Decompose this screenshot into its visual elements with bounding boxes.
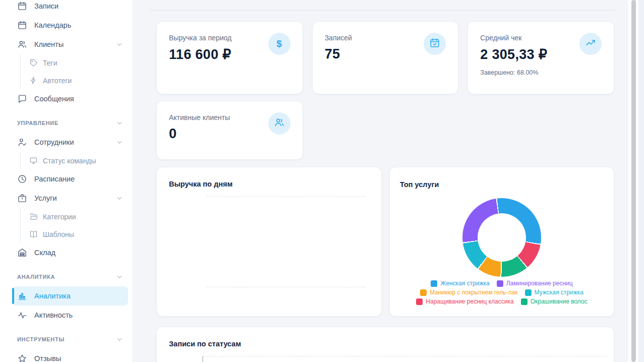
employee-icon — [17, 137, 27, 147]
legend-swatch — [497, 280, 503, 287]
star-icon — [17, 353, 27, 362]
gridline — [206, 196, 365, 197]
legend-label: Наращивание ресниц классика — [426, 298, 513, 305]
calendar-check-icon — [429, 37, 440, 50]
sidebar-item-label: Шаблоны — [43, 230, 124, 238]
gridline — [202, 356, 608, 356]
main-content: Выручка за период116 600 ₽$Записей75Сред… — [132, 0, 628, 362]
sidebar-item-otzyvy[interactable]: Отзывы — [12, 349, 128, 362]
legend-label: Ламинирование ресниц — [506, 280, 573, 287]
lightning-icon — [29, 76, 38, 85]
sidebar-item-avtotegi[interactable]: Автотеги — [20, 72, 124, 89]
legend-swatch — [431, 280, 437, 287]
stat-cards-grid: Выручка за период116 600 ₽$Записей75Сред… — [156, 21, 614, 160]
sidebar-item-label: Автотеги — [43, 77, 124, 85]
stat-card: Выручка за период116 600 ₽$ — [156, 21, 303, 94]
briefcase-icon — [17, 193, 27, 203]
y-axis-line — [202, 356, 203, 362]
chevron-down-icon — [116, 273, 123, 280]
sidebar-item-soobshcheniya[interactable]: Сообщения — [12, 89, 128, 108]
legend-item[interactable]: Мужская стрижка — [525, 289, 583, 296]
bookings-by-status-card: Записи по статусам — [156, 327, 614, 362]
clock-icon — [17, 174, 27, 184]
trend-up-icon — [585, 37, 596, 50]
scrollbar-track — [628, 0, 644, 362]
bar-chart-icon — [17, 291, 27, 301]
chevron-down-icon — [116, 336, 123, 343]
legend-label: Окрашивание волос — [531, 298, 588, 305]
sidebar-item-klienty[interactable]: Клиенты — [12, 35, 128, 54]
clients-icon — [274, 117, 285, 130]
sidebar-section-upravlenie[interactable]: УПРАВЛЕНИЕ — [12, 113, 128, 133]
sidebar-item-raspisanie[interactable]: Расписание — [12, 169, 128, 189]
stat-card-icon-circle — [424, 33, 446, 55]
folder-icon — [29, 212, 38, 221]
sidebar-item-label: Календарь — [34, 21, 123, 29]
sidebar-section-instrumenty[interactable]: ИНСТРУМЕНТЫ — [12, 330, 128, 349]
sidebar-item-label: Отзывы — [34, 354, 123, 362]
sidebar-item-label: Сообщения — [34, 95, 123, 103]
section-label: УПРАВЛЕНИЕ — [17, 120, 116, 126]
legend-item[interactable]: Женская стрижка — [431, 280, 489, 287]
chevron-down-icon — [116, 41, 123, 48]
legend-swatch — [416, 298, 423, 305]
monitor-icon — [29, 156, 38, 165]
revenue-by-day-card: Выручка по дням — [156, 167, 382, 317]
window-edge — [638, 0, 644, 362]
template-icon — [29, 230, 38, 238]
legend-swatch — [525, 289, 532, 296]
sidebar-item-sotrudniki[interactable]: Сотрудники — [12, 133, 128, 152]
sidebar-item-label: Записи — [34, 2, 123, 10]
sidebar-item-uslugi[interactable]: Услуги — [12, 189, 128, 208]
sidebar-item-aktivnost[interactable]: Активность — [12, 306, 128, 325]
stat-card: Активные клиенты0 — [156, 101, 303, 160]
stat-card: Средний чек2 305,33 ₽Завершено: 68.00% — [467, 21, 614, 94]
top-services-card: Топ услуги Женская стрижкаЛаминирование … — [389, 167, 614, 317]
chat-icon — [17, 94, 27, 104]
sidebar-item-kategorii[interactable]: Категории — [20, 208, 124, 225]
clients-icon — [17, 39, 27, 49]
revenue-by-day-title: Выручка по дням — [169, 180, 232, 188]
sidebar-item-label: Услуги — [34, 194, 116, 202]
legend-item[interactable]: Окрашивание волос — [521, 298, 588, 305]
sidebar-item-kalendar[interactable]: Календарь — [12, 16, 128, 35]
sidebar-item-label: Склад — [34, 249, 123, 257]
top-services-title: Топ услуги — [400, 180, 439, 189]
legend-item[interactable]: Ламинирование ресниц — [497, 280, 573, 287]
sidebar-item-analitika[interactable]: Аналитика — [12, 286, 128, 306]
legend-label: Мужская стрижка — [535, 289, 583, 296]
sidebar-item-label: Клиенты — [34, 40, 116, 48]
stat-card-icon-circle — [268, 112, 290, 135]
legend-item[interactable]: Наращивание ресниц классика — [416, 298, 513, 305]
sidebar-item-status-komandy[interactable]: Статус команды — [20, 152, 124, 169]
stat-card-note: Завершено: 68.00% — [480, 69, 602, 76]
sidebar-item-label: Активность — [34, 311, 123, 319]
sidebar-item-zapisi[interactable]: Записи — [12, 0, 128, 16]
legend-item[interactable]: Маникюр с покрытием гель-лак — [420, 289, 517, 296]
sidebar-item-label: Аналитика — [34, 292, 123, 300]
bookings-by-status-title: Записи по статусам — [169, 340, 241, 348]
legend-label: Женская стрижка — [440, 280, 489, 287]
legend-swatch — [521, 298, 528, 305]
sidebar-item-label: Расписание — [34, 175, 123, 183]
sidebar-section-analitika-sec[interactable]: АНАЛИТИКА — [12, 267, 128, 286]
sidebar-item-label: Категории — [43, 213, 124, 221]
sidebar-item-tegi[interactable]: Теги — [20, 54, 124, 72]
donut-legend: Женская стрижкаЛаминирование ресницМаник… — [390, 280, 614, 305]
stat-card-icon-circle — [579, 33, 602, 55]
top-services-donut-chart — [462, 198, 541, 277]
dollar-icon: $ — [276, 38, 282, 49]
header-divider — [150, 10, 615, 11]
stat-card: Записей75 — [312, 21, 459, 94]
calendar-icon — [17, 20, 27, 30]
section-label: ИНСТРУМЕНТЫ — [17, 336, 116, 342]
sidebar-item-label: Теги — [43, 59, 124, 67]
chevron-down-icon — [116, 139, 123, 146]
sidebar-item-label: Статус команды — [43, 157, 124, 165]
legend-swatch — [420, 289, 427, 296]
gridline — [206, 287, 365, 287]
sidebar-item-sklad[interactable]: Склад — [12, 243, 128, 262]
scrollbar-thumb[interactable] — [631, 0, 636, 362]
sidebar-item-shablony[interactable]: Шаблоны — [20, 225, 124, 243]
chevron-down-icon — [116, 119, 123, 127]
